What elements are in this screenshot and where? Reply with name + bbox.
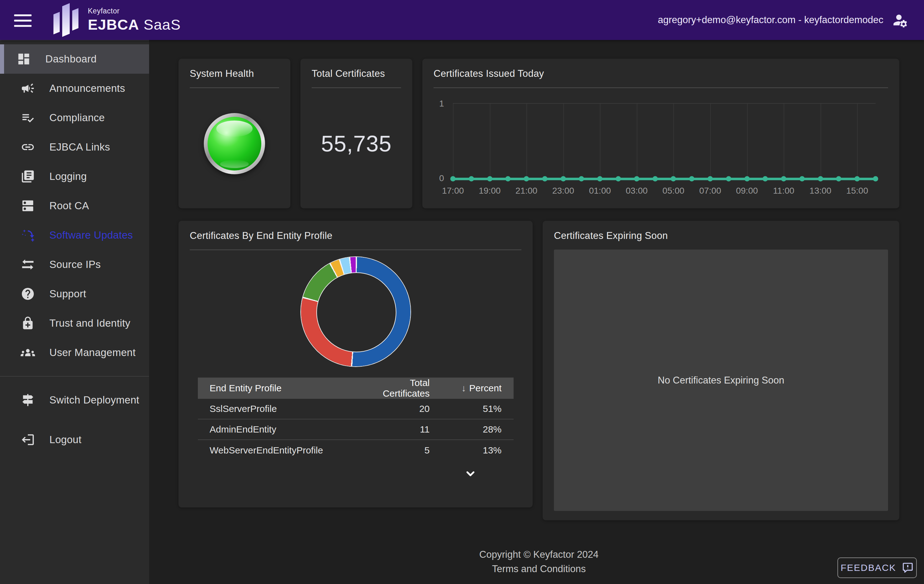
certificates-issued-today-card: Certificates Issued Today 1 0 17:0019:00… <box>422 59 899 208</box>
sidebar-item-ejbca-links[interactable]: EJBCA Links <box>0 132 149 162</box>
sidebar-item-software-updates[interactable]: Software Updates <box>0 220 149 250</box>
sidebar-item-label: Dashboard <box>45 53 97 65</box>
sidebar-item-label: Root CA <box>50 200 89 212</box>
compliance-icon <box>21 110 35 125</box>
card-title: System Health <box>190 68 279 79</box>
sidebar-item-dashboard[interactable]: Dashboard <box>0 44 149 74</box>
sidebar-item-support[interactable]: Support <box>0 279 149 309</box>
cell-percent: 28% <box>442 424 513 435</box>
column-header-total[interactable]: Total Certificates <box>357 378 442 399</box>
issued-today-line-chart: 1 0 <box>453 103 876 179</box>
feedback-icon <box>902 562 914 574</box>
x-tick-label: 17:00 <box>442 186 464 196</box>
keyfactor-logo-icon <box>52 3 81 38</box>
column-header-profile[interactable]: End Entity Profile <box>198 383 357 393</box>
menu-icon[interactable] <box>14 14 31 27</box>
y-axis-tick-label: 0 <box>439 173 444 183</box>
sidebar-item-announcements[interactable]: Announcements <box>0 74 149 103</box>
lock-plus-icon <box>21 316 35 331</box>
vertical-gridline <box>600 104 601 179</box>
profile-table: End Entity Profile Total Certificates ↓P… <box>198 378 513 480</box>
manage-account-icon[interactable] <box>892 12 908 28</box>
sidebar-item-logging[interactable]: Logging <box>0 162 149 191</box>
copyright-text: Copyright © Keyfactor 2024 <box>178 549 899 560</box>
vertical-gridline <box>453 104 454 179</box>
vertical-gridline <box>747 104 748 179</box>
total-certificates-value: 55,735 <box>321 131 392 156</box>
x-tick-label: 19:00 <box>479 186 501 196</box>
x-tick-label: 11:00 <box>773 186 794 196</box>
x-axis-labels: 17:0019:0021:0023:0001:0003:0005:0007:00… <box>453 179 876 193</box>
x-tick-label: 05:00 <box>662 186 684 196</box>
sidebar-divider <box>0 376 149 377</box>
sort-descending-icon: ↓ <box>461 383 466 393</box>
sidebar-item-label: Announcements <box>50 82 125 94</box>
x-tick-label: 07:00 <box>699 186 721 196</box>
logging-icon <box>21 169 35 184</box>
vertical-gridline <box>820 104 821 179</box>
vertical-gridline <box>637 104 637 179</box>
y-axis-tick-label: 1 <box>439 99 444 109</box>
profile-donut-chart <box>301 257 411 366</box>
card-title: Total Certificates <box>312 68 401 79</box>
software-updates-icon <box>21 228 35 242</box>
profile-table-header: End Entity Profile Total Certificates ↓P… <box>198 378 513 399</box>
vertical-gridline <box>857 104 858 179</box>
sidebar-item-compliance[interactable]: Compliance <box>0 103 149 132</box>
sidebar: Dashboard Announcements Compliance EJBCA… <box>0 40 149 584</box>
table-row: AdminEndEntity 11 28% <box>198 419 513 440</box>
x-tick-label: 03:00 <box>626 186 648 196</box>
sidebar-item-label: Switch Deployment <box>50 394 139 406</box>
sidebar-item-label: Support <box>50 288 86 300</box>
brand-saas: SaaS <box>144 16 181 33</box>
feedback-label: FEEDBACK <box>840 563 896 573</box>
logout-icon <box>21 433 35 447</box>
cell-total: 20 <box>357 403 442 414</box>
footer: Copyright © Keyfactor 2024 Terms and Con… <box>178 549 899 575</box>
cell-profile: WebServerEndEntityProfile <box>198 445 357 456</box>
cell-profile: AdminEndEntity <box>198 424 357 435</box>
x-tick-label: 09:00 <box>736 186 758 196</box>
sidebar-item-label: Source IPs <box>50 258 101 270</box>
vertical-gridline <box>710 104 711 179</box>
topbar: Keyfactor EJBCASaaS agregory+demo@keyfac… <box>0 0 924 40</box>
x-tick-label: 21:00 <box>515 186 537 196</box>
terms-link[interactable]: Terms and Conditions <box>178 563 899 575</box>
sidebar-item-trust-and-identity[interactable]: Trust and Identity <box>0 309 149 338</box>
sidebar-item-label: Software Updates <box>50 229 133 241</box>
column-header-percent[interactable]: ↓Percent <box>442 383 513 393</box>
sidebar-item-user-management[interactable]: User Management <box>0 338 149 367</box>
x-tick-label: 01:00 <box>589 186 611 196</box>
table-row: WebServerEndEntityProfile 5 13% <box>198 440 513 461</box>
user-account-label[interactable]: agregory+demo@keyfactor.com - keyfactord… <box>658 14 883 26</box>
announcements-icon <box>21 81 35 95</box>
x-tick-label: 13:00 <box>810 186 832 196</box>
sidebar-item-label: User Management <box>50 347 136 359</box>
users-icon <box>21 345 35 360</box>
sidebar-item-source-ips[interactable]: Source IPs <box>0 250 149 279</box>
certificates-by-profile-card: Certificates By End Entity Profile End E… <box>178 221 533 507</box>
main-content: System Health Total Certificates 55,735 … <box>149 40 924 584</box>
expand-table-chevron-icon[interactable] <box>464 467 477 480</box>
source-ips-icon <box>21 257 35 272</box>
sidebar-item-switch-deployment[interactable]: Switch Deployment <box>0 385 149 415</box>
sidebar-item-label: Logging <box>50 171 87 183</box>
sidebar-item-root-ca[interactable]: Root CA <box>0 191 149 220</box>
link-icon <box>21 140 35 154</box>
empty-message: No Certificates Expiring Soon <box>658 375 784 386</box>
root-ca-icon <box>21 199 35 213</box>
title-divider <box>434 87 888 88</box>
x-tick-label: 23:00 <box>552 186 574 196</box>
expiring-empty-panel: No Certificates Expiring Soon <box>554 250 888 511</box>
cell-total: 5 <box>357 445 442 456</box>
card-title: Certificates Issued Today <box>434 68 888 79</box>
vertical-gridline <box>490 104 490 179</box>
support-icon <box>21 287 35 301</box>
card-title: Certificates Expiring Soon <box>554 230 888 242</box>
feedback-button[interactable]: FEEDBACK <box>837 558 917 578</box>
sidebar-item-logout[interactable]: Logout <box>0 425 149 454</box>
vertical-gridline <box>673 104 674 179</box>
system-health-card: System Health <box>178 59 290 208</box>
sidebar-item-label: Trust and Identity <box>50 317 130 329</box>
vertical-gridline <box>526 104 527 179</box>
